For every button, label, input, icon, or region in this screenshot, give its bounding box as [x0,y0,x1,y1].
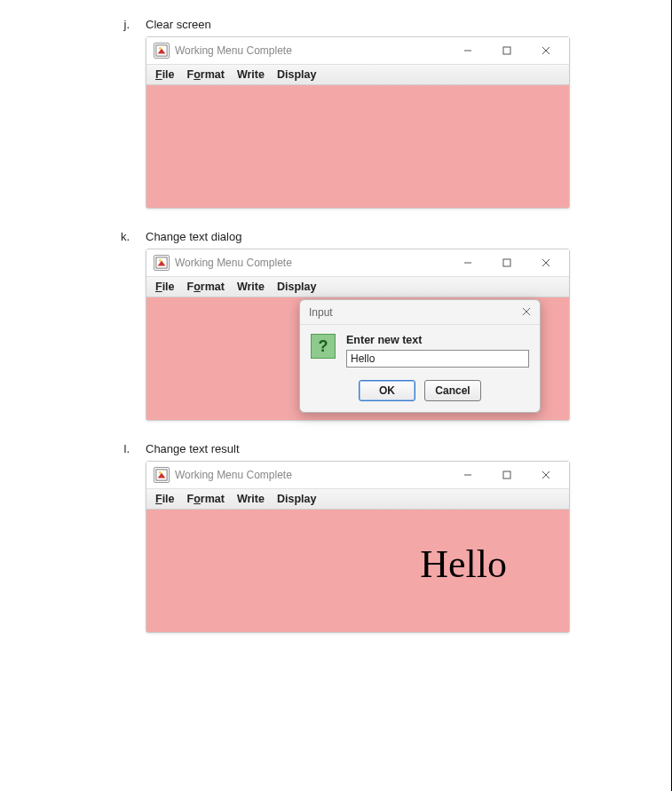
close-button[interactable] [526,39,565,62]
item-letter: k. [115,230,130,243]
dialog-close-button[interactable] [522,306,531,319]
maximize-button[interactable] [487,251,526,274]
item-caption: Clear screen [146,18,211,31]
menu-display[interactable]: Display [277,281,316,293]
question-icon: ? [311,334,336,359]
app-icon [154,467,170,483]
window-title: Working Menu Complete [175,44,448,57]
dialog-titlebar: Input [300,300,540,325]
minimize-button[interactable] [448,251,487,274]
app-window-dialog: Working Menu Complete File Format Write … [146,249,570,421]
menu-format[interactable]: Format [187,68,225,81]
menubar: File Format Write Display [146,276,569,297]
dialog-fields: Enter new text [346,334,529,368]
app-icon [154,43,170,59]
doc-item-l: l. Change text result Working Menu Compl… [115,442,618,633]
svg-point-1 [159,47,162,50]
item-caption: Change text dialog [146,230,241,243]
menu-format[interactable]: Format [187,493,225,505]
item-header: j. Clear screen [115,18,618,31]
menu-file[interactable]: File [155,68,175,81]
svg-rect-9 [503,259,510,266]
display-text: Hello [420,542,507,587]
svg-rect-17 [503,471,510,479]
app-window-clear: Working Menu Complete File Format Write … [146,36,570,209]
menu-file[interactable]: File [155,493,175,505]
dialog-title: Input [309,306,333,319]
app-window-result: Working Menu Complete File Format Write … [146,461,570,633]
titlebar: Working Menu Complete [146,37,569,64]
cancel-button[interactable]: Cancel [424,380,481,401]
window-controls [448,39,565,62]
menu-file[interactable]: File [155,281,175,293]
dialog-prompt: Enter new text [346,334,529,346]
item-header: k. Change text dialog [115,230,618,243]
menubar: File Format Write Display [146,488,569,510]
doc-item-j: j. Clear screen Working Menu Complete [115,18,618,209]
input-dialog: Input ? Enter new text OK Ca [299,299,541,413]
menu-display[interactable]: Display [277,493,316,505]
titlebar: Working Menu Complete [146,249,569,276]
maximize-button[interactable] [487,463,526,486]
minimize-button[interactable] [448,39,487,62]
close-button[interactable] [526,463,565,486]
dialog-body: ? Enter new text [300,325,540,373]
item-letter: l. [115,442,130,455]
dialog-buttons: OK Cancel [300,373,540,412]
dialog-text-input[interactable] [346,350,529,368]
client-area: Hello [146,510,569,632]
window-controls [448,463,565,486]
close-button[interactable] [526,251,565,274]
window-title: Working Menu Complete [175,257,448,269]
menubar: File Format Write Display [146,64,569,85]
svg-point-7 [159,259,162,262]
minimize-button[interactable] [448,463,487,486]
app-icon [154,255,170,271]
maximize-button[interactable] [487,39,526,62]
window-title: Working Menu Complete [175,469,448,481]
menu-write[interactable]: Write [237,281,265,293]
doc-item-k: k. Change text dialog Working Menu Compl… [115,230,618,421]
item-header: l. Change text result [115,442,618,455]
client-area [146,85,569,208]
ok-button[interactable]: OK [359,380,415,401]
window-controls [448,251,565,274]
menu-write[interactable]: Write [237,68,265,81]
item-caption: Change text result [146,442,240,455]
svg-rect-3 [503,47,510,54]
menu-format[interactable]: Format [187,281,225,293]
menu-display[interactable]: Display [277,68,316,81]
item-letter: j. [115,18,130,31]
svg-point-15 [159,471,162,474]
client-area: Input ? Enter new text OK Ca [146,297,569,420]
titlebar: Working Menu Complete [146,462,569,488]
menu-write[interactable]: Write [237,493,265,505]
